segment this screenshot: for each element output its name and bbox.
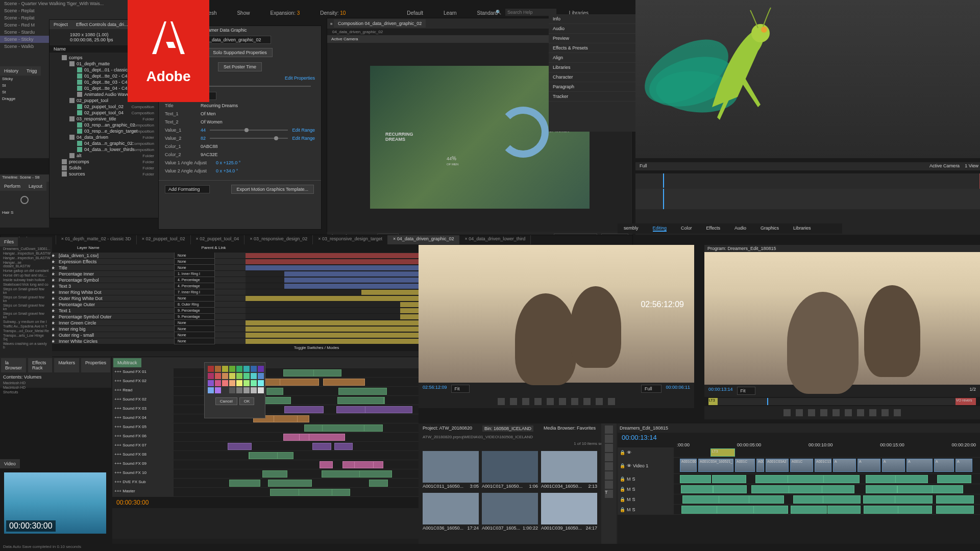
set-poster-time-button[interactable]: Set Poster Time (218, 62, 262, 71)
value1-slider[interactable] (210, 130, 288, 131)
panel-effects-presets[interactable]: Effects & Presets (549, 43, 638, 53)
project-item[interactable]: 04_data...n_graphic_02Composition (52, 140, 156, 146)
color-swatch[interactable] (258, 373, 264, 379)
audio-clip[interactable] (268, 480, 312, 487)
ca-view[interactable]: 1 View (965, 163, 978, 169)
pen-tool[interactable] (605, 471, 613, 480)
audio-track[interactable]: +++ Master (112, 488, 419, 497)
pr-timeline-ruler[interactable]: :00:00 00:00:05:00 00:00:10:00 00:00:15:… (618, 442, 980, 447)
track-lane[interactable] (174, 479, 419, 487)
source-fit[interactable]: Fit (451, 385, 470, 393)
history-item[interactable]: Dragge (0, 95, 49, 102)
slip-tool[interactable] (605, 462, 613, 470)
project-item[interactable]: SolidsFolder (52, 165, 156, 171)
mb-tab[interactable]: Effects Rack (28, 358, 52, 372)
track-controls[interactable]: 🔒👁 (618, 447, 674, 457)
color-swatch[interactable] (229, 366, 235, 372)
color-swatch[interactable] (215, 380, 221, 386)
source-video[interactable]: 02:56:12:09 (419, 245, 694, 383)
type-tool[interactable]: T (605, 490, 613, 498)
audio-file-item[interactable]: Skateboard trick long and co (0, 282, 52, 287)
track-header[interactable]: +++ Sound FX 06 (112, 433, 174, 441)
audio-clip[interactable] (369, 480, 388, 487)
panel-libraries[interactable]: Libraries (549, 63, 638, 72)
ws-effects[interactable]: Effects (706, 226, 720, 232)
track-header[interactable]: +++ Sound FX 07 (112, 442, 174, 450)
audio-track[interactable]: +++ Sound FX 02 (112, 378, 419, 387)
color-swatch[interactable] (222, 387, 228, 393)
track-lane[interactable] (174, 451, 419, 460)
color-swatch[interactable] (258, 380, 264, 386)
ca-track[interactable] (635, 189, 980, 209)
project-item[interactable]: altFolder (52, 153, 156, 159)
audio-clip[interactable] (338, 388, 387, 395)
audio-clip[interactable] (681, 485, 713, 493)
video-clip[interactable]: A001C132_1 (815, 459, 831, 472)
tab-media-browser[interactable]: Media Browser: Favorites (544, 425, 596, 432)
color-swatch[interactable] (243, 387, 250, 393)
tab-triggers[interactable]: Trigg (22, 66, 41, 76)
audio-clip[interactable] (823, 495, 860, 504)
mark-out-button[interactable] (510, 398, 517, 405)
project-item[interactable]: sourcesFolder (52, 171, 156, 177)
track-header[interactable]: +++ Sound FX 08 (112, 451, 174, 460)
color-swatch[interactable] (243, 366, 250, 372)
step-forward-button[interactable] (845, 409, 852, 416)
audio-track[interactable]: +++ Sound FX 04 (112, 414, 419, 423)
audio-clip[interactable] (788, 475, 824, 483)
edit-range-link[interactable]: Edit Range (292, 128, 315, 133)
track-header[interactable]: +++ Sound FX 02 (112, 396, 174, 405)
project-item[interactable]: 04_data_drivenFolder (52, 134, 156, 140)
color-swatch[interactable] (258, 387, 264, 393)
color-swatch[interactable] (208, 387, 214, 393)
tab-video[interactable]: Video (0, 459, 20, 468)
mantis-puppet[interactable] (635, 5, 789, 138)
play-button[interactable] (832, 409, 840, 416)
video-clip[interactable]: A001 (756, 459, 764, 472)
video-clip[interactable]: A001C004_18 (680, 459, 697, 472)
step-back-button[interactable] (820, 409, 827, 416)
add-formatting-dropdown[interactable]: Add Formatting (165, 185, 210, 193)
audio-clip[interactable] (365, 406, 412, 413)
record-button[interactable] (20, 196, 29, 204)
mb-tab[interactable]: Markers (54, 358, 79, 372)
character-stage[interactable] (635, 0, 980, 158)
color-swatch[interactable] (236, 387, 242, 393)
audio-clip[interactable] (713, 485, 747, 493)
audio-file-item[interactable]: Steps on Small gravel few kn (0, 303, 52, 311)
timeline-tab[interactable]: × 04_data_driven_graphic_02 (388, 235, 459, 244)
audio-track[interactable]: +++ Sound FX 03 (112, 405, 419, 414)
panel-preview[interactable]: Preview (549, 34, 638, 43)
video-clip[interactable]: A (934, 459, 954, 472)
audio-track-controls[interactable]: 🔒MS (618, 474, 674, 484)
color-swatch[interactable] (222, 373, 228, 379)
audio-clip[interactable] (274, 415, 298, 422)
color-swatch[interactable] (208, 366, 214, 372)
value1-value[interactable]: 44 (201, 128, 206, 133)
color-swatch[interactable] (236, 366, 242, 372)
scene-item[interactable]: Scene - Replat (0, 7, 128, 14)
project-item[interactable]: 03_resp...an_graphic_02Composition (52, 122, 156, 128)
audio-clip[interactable] (261, 397, 290, 404)
mogrt-clip[interactable]: LT3 (710, 448, 735, 457)
eg-master-dropdown[interactable]: 04_data_driven_graphic_02 (201, 36, 271, 44)
edit-properties-link[interactable]: Edit Properties (285, 76, 315, 81)
audio-clip[interactable] (249, 452, 278, 459)
audio-clip[interactable] (309, 434, 345, 441)
audio-clip[interactable] (789, 485, 824, 493)
text2-value[interactable]: Of Women (201, 119, 223, 124)
color-swatch[interactable] (222, 366, 228, 372)
audio-clip[interactable] (299, 489, 332, 496)
audio-clip[interactable] (337, 397, 384, 404)
tab-bin[interactable]: Bin: 160508_ICELAND (482, 425, 533, 432)
audio-lane[interactable] (674, 505, 980, 514)
pr-timeline-timecode[interactable]: 00:00:13:14 (618, 433, 980, 442)
hand-tool[interactable] (605, 481, 613, 489)
color-swatch[interactable] (208, 373, 214, 379)
ca-ruler[interactable] (635, 173, 980, 189)
ripple-edit-tool[interactable] (605, 444, 613, 452)
track-lane[interactable] (174, 423, 419, 432)
audio-clip[interactable] (313, 369, 341, 377)
audio-lane[interactable] (674, 474, 980, 484)
audio-track-controls[interactable]: 🔒MS (618, 484, 674, 494)
